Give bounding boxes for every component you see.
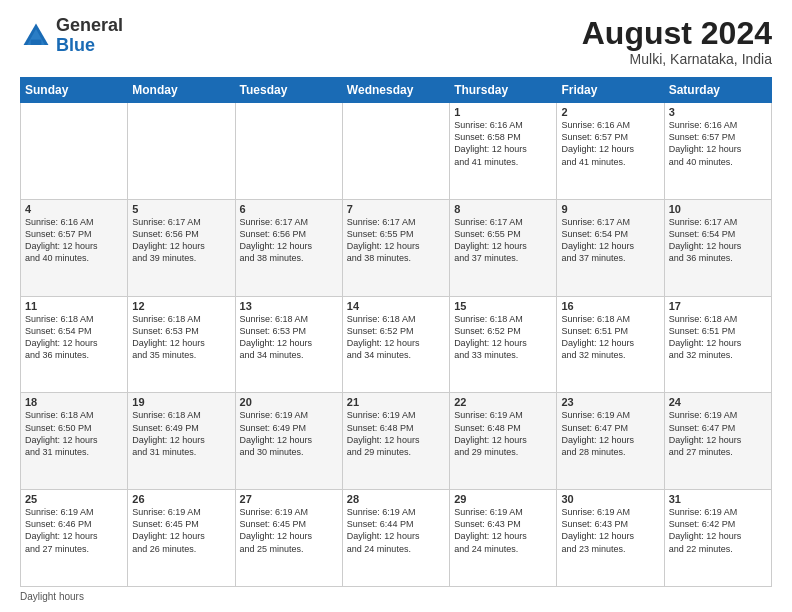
day-info: Sunrise: 6:18 AM Sunset: 6:52 PM Dayligh… <box>454 313 552 362</box>
day-cell-17: 17Sunrise: 6:18 AM Sunset: 6:51 PM Dayli… <box>664 296 771 393</box>
day-info: Sunrise: 6:16 AM Sunset: 6:58 PM Dayligh… <box>454 119 552 168</box>
day-number: 2 <box>561 106 659 118</box>
day-number: 3 <box>669 106 767 118</box>
week-row-2: 4Sunrise: 6:16 AM Sunset: 6:57 PM Daylig… <box>21 199 772 296</box>
day-cell-9: 9Sunrise: 6:17 AM Sunset: 6:54 PM Daylig… <box>557 199 664 296</box>
day-info: Sunrise: 6:19 AM Sunset: 6:48 PM Dayligh… <box>454 409 552 458</box>
day-info: Sunrise: 6:19 AM Sunset: 6:44 PM Dayligh… <box>347 506 445 555</box>
day-info: Sunrise: 6:17 AM Sunset: 6:55 PM Dayligh… <box>347 216 445 265</box>
day-number: 21 <box>347 396 445 408</box>
day-cell-10: 10Sunrise: 6:17 AM Sunset: 6:54 PM Dayli… <box>664 199 771 296</box>
day-info: Sunrise: 6:18 AM Sunset: 6:50 PM Dayligh… <box>25 409 123 458</box>
day-number: 29 <box>454 493 552 505</box>
day-number: 12 <box>132 300 230 312</box>
day-number: 16 <box>561 300 659 312</box>
day-info: Sunrise: 6:17 AM Sunset: 6:56 PM Dayligh… <box>240 216 338 265</box>
day-number: 20 <box>240 396 338 408</box>
day-number: 23 <box>561 396 659 408</box>
day-number: 13 <box>240 300 338 312</box>
col-header-wednesday: Wednesday <box>342 78 449 103</box>
day-info: Sunrise: 6:19 AM Sunset: 6:46 PM Dayligh… <box>25 506 123 555</box>
day-number: 31 <box>669 493 767 505</box>
day-info: Sunrise: 6:19 AM Sunset: 6:47 PM Dayligh… <box>561 409 659 458</box>
day-number: 7 <box>347 203 445 215</box>
title-block: August 2024 Mulki, Karnataka, India <box>582 16 772 67</box>
day-cell-14: 14Sunrise: 6:18 AM Sunset: 6:52 PM Dayli… <box>342 296 449 393</box>
day-cell-15: 15Sunrise: 6:18 AM Sunset: 6:52 PM Dayli… <box>450 296 557 393</box>
day-number: 25 <box>25 493 123 505</box>
day-info: Sunrise: 6:17 AM Sunset: 6:55 PM Dayligh… <box>454 216 552 265</box>
day-cell-5: 5Sunrise: 6:17 AM Sunset: 6:56 PM Daylig… <box>128 199 235 296</box>
day-cell-1: 1Sunrise: 6:16 AM Sunset: 6:58 PM Daylig… <box>450 103 557 200</box>
day-cell-2: 2Sunrise: 6:16 AM Sunset: 6:57 PM Daylig… <box>557 103 664 200</box>
day-number: 8 <box>454 203 552 215</box>
day-info: Sunrise: 6:16 AM Sunset: 6:57 PM Dayligh… <box>669 119 767 168</box>
day-info: Sunrise: 6:18 AM Sunset: 6:52 PM Dayligh… <box>347 313 445 362</box>
day-cell-18: 18Sunrise: 6:18 AM Sunset: 6:50 PM Dayli… <box>21 393 128 490</box>
day-number: 10 <box>669 203 767 215</box>
day-number: 4 <box>25 203 123 215</box>
day-info: Sunrise: 6:18 AM Sunset: 6:51 PM Dayligh… <box>669 313 767 362</box>
day-number: 19 <box>132 396 230 408</box>
col-header-friday: Friday <box>557 78 664 103</box>
day-number: 5 <box>132 203 230 215</box>
footer-note: Daylight hours <box>20 591 772 602</box>
day-info: Sunrise: 6:19 AM Sunset: 6:47 PM Dayligh… <box>669 409 767 458</box>
empty-cell <box>235 103 342 200</box>
main-title: August 2024 <box>582 16 772 51</box>
logo: GeneralBlue <box>20 16 123 56</box>
day-cell-24: 24Sunrise: 6:19 AM Sunset: 6:47 PM Dayli… <box>664 393 771 490</box>
empty-cell <box>21 103 128 200</box>
day-cell-21: 21Sunrise: 6:19 AM Sunset: 6:48 PM Dayli… <box>342 393 449 490</box>
day-number: 14 <box>347 300 445 312</box>
day-number: 9 <box>561 203 659 215</box>
day-info: Sunrise: 6:19 AM Sunset: 6:45 PM Dayligh… <box>132 506 230 555</box>
day-number: 27 <box>240 493 338 505</box>
day-number: 28 <box>347 493 445 505</box>
day-number: 1 <box>454 106 552 118</box>
day-info: Sunrise: 6:17 AM Sunset: 6:54 PM Dayligh… <box>561 216 659 265</box>
day-info: Sunrise: 6:17 AM Sunset: 6:54 PM Dayligh… <box>669 216 767 265</box>
day-info: Sunrise: 6:19 AM Sunset: 6:49 PM Dayligh… <box>240 409 338 458</box>
day-number: 24 <box>669 396 767 408</box>
day-cell-19: 19Sunrise: 6:18 AM Sunset: 6:49 PM Dayli… <box>128 393 235 490</box>
week-row-3: 11Sunrise: 6:18 AM Sunset: 6:54 PM Dayli… <box>21 296 772 393</box>
col-header-sunday: Sunday <box>21 78 128 103</box>
calendar-table: SundayMondayTuesdayWednesdayThursdayFrid… <box>20 77 772 587</box>
day-cell-30: 30Sunrise: 6:19 AM Sunset: 6:43 PM Dayli… <box>557 490 664 587</box>
day-cell-29: 29Sunrise: 6:19 AM Sunset: 6:43 PM Dayli… <box>450 490 557 587</box>
day-info: Sunrise: 6:19 AM Sunset: 6:42 PM Dayligh… <box>669 506 767 555</box>
week-row-5: 25Sunrise: 6:19 AM Sunset: 6:46 PM Dayli… <box>21 490 772 587</box>
day-number: 22 <box>454 396 552 408</box>
day-cell-8: 8Sunrise: 6:17 AM Sunset: 6:55 PM Daylig… <box>450 199 557 296</box>
day-cell-16: 16Sunrise: 6:18 AM Sunset: 6:51 PM Dayli… <box>557 296 664 393</box>
day-number: 17 <box>669 300 767 312</box>
day-cell-22: 22Sunrise: 6:19 AM Sunset: 6:48 PM Dayli… <box>450 393 557 490</box>
col-header-tuesday: Tuesday <box>235 78 342 103</box>
day-info: Sunrise: 6:18 AM Sunset: 6:53 PM Dayligh… <box>240 313 338 362</box>
calendar-header-row: SundayMondayTuesdayWednesdayThursdayFrid… <box>21 78 772 103</box>
col-header-saturday: Saturday <box>664 78 771 103</box>
day-number: 15 <box>454 300 552 312</box>
day-number: 18 <box>25 396 123 408</box>
day-cell-13: 13Sunrise: 6:18 AM Sunset: 6:53 PM Dayli… <box>235 296 342 393</box>
day-info: Sunrise: 6:18 AM Sunset: 6:54 PM Dayligh… <box>25 313 123 362</box>
day-info: Sunrise: 6:16 AM Sunset: 6:57 PM Dayligh… <box>25 216 123 265</box>
day-cell-11: 11Sunrise: 6:18 AM Sunset: 6:54 PM Dayli… <box>21 296 128 393</box>
day-number: 30 <box>561 493 659 505</box>
day-info: Sunrise: 6:19 AM Sunset: 6:48 PM Dayligh… <box>347 409 445 458</box>
day-cell-28: 28Sunrise: 6:19 AM Sunset: 6:44 PM Dayli… <box>342 490 449 587</box>
day-info: Sunrise: 6:19 AM Sunset: 6:43 PM Dayligh… <box>561 506 659 555</box>
logo-text: GeneralBlue <box>56 16 123 56</box>
day-info: Sunrise: 6:17 AM Sunset: 6:56 PM Dayligh… <box>132 216 230 265</box>
day-info: Sunrise: 6:18 AM Sunset: 6:53 PM Dayligh… <box>132 313 230 362</box>
header: GeneralBlue August 2024 Mulki, Karnataka… <box>20 16 772 67</box>
logo-blue: Blue <box>56 35 95 55</box>
day-cell-4: 4Sunrise: 6:16 AM Sunset: 6:57 PM Daylig… <box>21 199 128 296</box>
subtitle: Mulki, Karnataka, India <box>582 51 772 67</box>
empty-cell <box>128 103 235 200</box>
day-number: 26 <box>132 493 230 505</box>
empty-cell <box>342 103 449 200</box>
svg-rect-2 <box>31 39 42 44</box>
week-row-4: 18Sunrise: 6:18 AM Sunset: 6:50 PM Dayli… <box>21 393 772 490</box>
